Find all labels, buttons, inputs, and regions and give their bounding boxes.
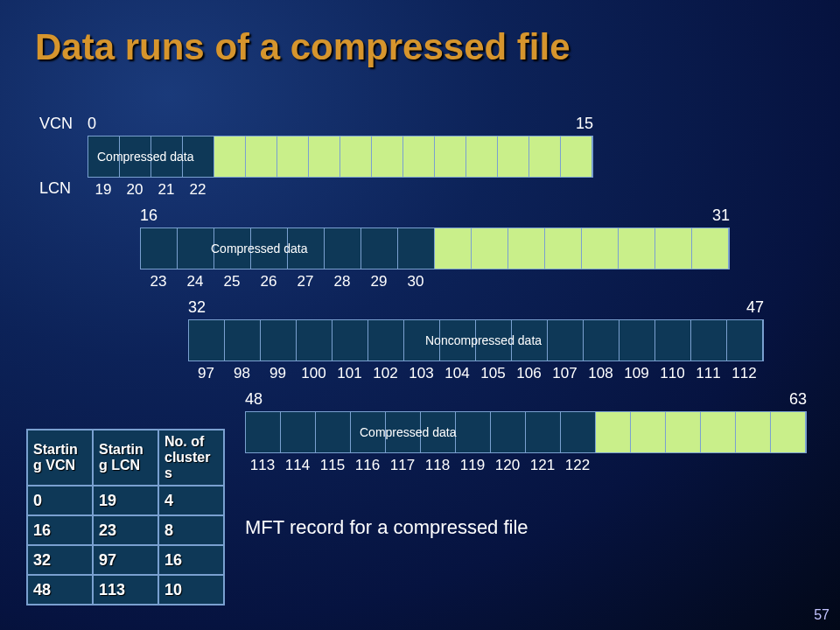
lcn-tick: 114 <box>280 457 315 474</box>
cluster-cell-sparse <box>472 228 508 269</box>
run-3: 4863Compressed data113114115116117118119… <box>245 411 807 453</box>
cluster-cell-allocated <box>225 320 261 360</box>
cluster-cell-allocated <box>368 320 404 360</box>
cluster-cell-allocated <box>141 228 178 269</box>
cluster-cell-sparse <box>771 412 806 452</box>
table-cell: 4 <box>158 486 224 515</box>
cluster-cell-sparse <box>435 228 472 269</box>
vcn-end-label: 47 <box>746 298 764 317</box>
lcn-tick: 110 <box>654 365 690 382</box>
cluster-cell-sparse <box>214 136 246 177</box>
lcn-tick: 120 <box>490 457 525 474</box>
cluster-cell-allocated <box>440 320 476 360</box>
lcn-tick: 113 <box>245 457 280 474</box>
lcn-tick: 97 <box>188 365 224 382</box>
vcn-end-label: 15 <box>576 115 593 133</box>
lcn-tick: 23 <box>140 273 177 290</box>
lcn-tick: 115 <box>315 457 350 474</box>
table-cell: 0 <box>27 486 93 515</box>
cluster-bar: Compressed data <box>140 228 730 270</box>
lcn-tick: 111 <box>690 365 726 382</box>
lcn-tick: 98 <box>224 365 260 382</box>
table-cell: 10 <box>158 575 224 605</box>
table-row: 16238 <box>27 515 224 545</box>
cluster-bar: Noncompressed data <box>188 319 764 361</box>
cluster-cell-allocated <box>404 320 440 360</box>
cluster-cell-sparse <box>582 228 619 269</box>
cluster-cell-allocated <box>297 320 332 360</box>
vcn-start-label: 16 <box>140 206 158 225</box>
table-cell: 16 <box>27 515 93 545</box>
cluster-cell-allocated <box>351 412 386 452</box>
lcn-tick: 21 <box>150 181 182 199</box>
cluster-cell-allocated <box>214 228 251 269</box>
lcn-tick-row: 19202122 <box>88 181 214 199</box>
mft-caption: MFT record for a compressed file <box>245 516 528 539</box>
cluster-cell-sparse <box>701 412 736 452</box>
cluster-cell-allocated <box>120 136 151 177</box>
cluster-cell-sparse <box>403 136 435 177</box>
cluster-cell-allocated <box>88 136 120 177</box>
lcn-tick: 121 <box>525 457 560 474</box>
lcn-tick-row: 2324252627282930 <box>140 273 434 290</box>
cluster-cell-allocated <box>332 320 368 360</box>
lcn-tick: 104 <box>439 365 475 382</box>
cluster-cell-allocated <box>251 228 288 269</box>
cluster-cell-allocated <box>325 228 361 269</box>
lcn-tick: 106 <box>511 365 547 382</box>
cluster-cell-allocated <box>526 412 561 452</box>
cluster-cell-sparse <box>692 228 729 269</box>
vcn-end-label: 31 <box>712 206 730 225</box>
lcn-tick: 22 <box>182 181 214 199</box>
lcn-tick: 108 <box>583 365 619 382</box>
cluster-bar: Compressed data <box>245 411 807 453</box>
table-cell: 48 <box>27 575 93 605</box>
run-1: 1631Compressed data2324252627282930 <box>140 228 730 270</box>
table-cell: 23 <box>93 515 158 545</box>
cluster-cell-sparse <box>340 136 372 177</box>
lcn-tick: 118 <box>420 457 455 474</box>
cluster-cell-allocated <box>561 412 596 452</box>
vcn-start-label: 32 <box>188 298 206 317</box>
vcn-start-label: 0 <box>88 115 96 133</box>
table-cell: 8 <box>158 515 224 545</box>
cluster-cell-allocated <box>727 320 763 360</box>
table-row: 4811310 <box>27 575 224 605</box>
lcn-tick: 116 <box>350 457 385 474</box>
cluster-cell-allocated <box>421 412 456 452</box>
lcn-axis-label: LCN <box>39 179 71 198</box>
cluster-cell-sparse <box>466 136 498 177</box>
lcn-tick: 26 <box>250 273 287 290</box>
cluster-cell-sparse <box>736 412 771 452</box>
lcn-tick: 105 <box>475 365 511 382</box>
cluster-cell-sparse <box>655 228 692 269</box>
lcn-tick: 28 <box>324 273 360 290</box>
cluster-cell-sparse <box>508 228 545 269</box>
lcn-tick: 99 <box>260 365 296 382</box>
cluster-cell-allocated <box>476 320 512 360</box>
lcn-tick: 102 <box>368 365 403 382</box>
slide-number: 57 <box>814 607 830 623</box>
table-row: 329716 <box>27 545 224 575</box>
cluster-cell-sparse <box>309 136 340 177</box>
cluster-cell-allocated <box>316 412 351 452</box>
table-header: No. of clusters <box>158 430 224 486</box>
run-0: 015VCNLCNCompressed data19202122 <box>88 136 593 178</box>
cluster-cell-sparse <box>666 412 701 452</box>
cluster-cell-sparse <box>372 136 403 177</box>
cluster-cell-allocated <box>281 412 316 452</box>
lcn-tick: 100 <box>296 365 332 382</box>
table-cell: 16 <box>158 545 224 575</box>
cluster-cell-allocated <box>189 320 225 360</box>
vcn-axis-label: VCN <box>39 115 73 133</box>
lcn-tick: 29 <box>360 273 397 290</box>
lcn-tick: 19 <box>88 181 119 199</box>
table-cell: 32 <box>27 545 93 575</box>
lcn-tick: 30 <box>397 273 434 290</box>
cluster-cell-allocated <box>261 320 297 360</box>
cluster-cell-allocated <box>386 412 421 452</box>
cluster-cell-allocated <box>361 228 398 269</box>
lcn-tick: 20 <box>119 181 150 199</box>
lcn-tick: 112 <box>726 365 762 382</box>
lcn-tick: 25 <box>214 273 250 290</box>
